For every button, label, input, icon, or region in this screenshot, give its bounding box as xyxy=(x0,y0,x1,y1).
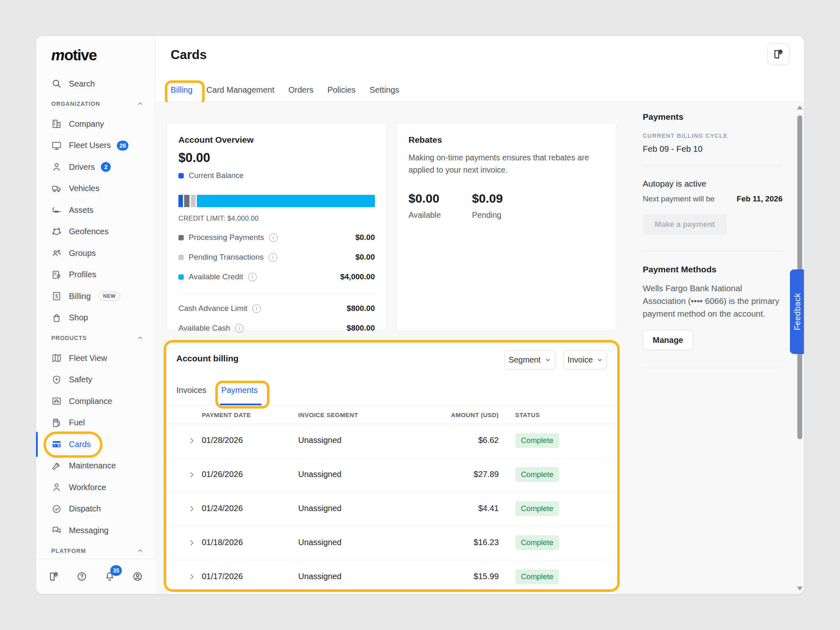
status-badge: Complete xyxy=(515,535,559,550)
chevron-right-icon[interactable] xyxy=(188,539,196,547)
tab-billing[interactable]: Billing xyxy=(171,82,192,102)
scroll-down-arrow[interactable] xyxy=(797,587,803,591)
sidebar-item-drivers[interactable]: Drivers 2 xyxy=(36,156,155,178)
payment-row[interactable]: 01/24/2026 Unassigned $4.41 Complete xyxy=(167,492,617,526)
sidebar-item-fleet-view[interactable]: Fleet View xyxy=(36,347,155,369)
page-title: Cards xyxy=(171,48,207,62)
map-icon xyxy=(51,353,62,363)
sidebar-item-fleet-users[interactable]: Fleet Users 26 xyxy=(36,135,155,157)
section-organization[interactable]: ORGANIZATION xyxy=(36,94,155,113)
company-icon xyxy=(51,119,62,129)
payment-row[interactable]: 01/28/2026 Unassigned $6.62 Complete xyxy=(167,424,617,458)
help-icon[interactable] xyxy=(76,571,87,582)
pending-transactions-label: Pending Transactions xyxy=(189,253,264,262)
rebates-available-amount: $0.00 xyxy=(409,192,441,205)
sidebar-item-messaging[interactable]: Messaging xyxy=(36,520,155,541)
wrench-icon xyxy=(51,461,62,471)
payment-amount: $16.23 xyxy=(425,538,499,547)
info-icon[interactable]: i xyxy=(269,253,277,262)
info-icon[interactable]: i xyxy=(269,233,278,242)
sidebar-item-label: Fuel xyxy=(69,418,85,427)
rebates-pending-amount: $0.09 xyxy=(472,192,503,205)
manage-button[interactable]: Manage xyxy=(643,330,693,350)
rebates-description: Making on-time payments ensures that reb… xyxy=(409,151,609,176)
notifications-bell-icon[interactable]: 35 xyxy=(104,571,115,582)
payments-table-body: 01/28/2026 Unassigned $6.62 Complete 01/… xyxy=(167,424,617,594)
payment-date: 01/17/2026 xyxy=(202,572,243,581)
chevron-right-icon[interactable] xyxy=(188,505,196,513)
sidebar-item-label: Messaging xyxy=(69,526,109,535)
sidebar-item-compliance[interactable]: Compliance xyxy=(36,390,155,412)
sidebar-item-groups[interactable]: Groups xyxy=(36,242,155,264)
payment-row[interactable]: 01/26/2026 Unassigned $27.89 Complete xyxy=(167,458,617,492)
motive-logo: mmotiveotive xyxy=(51,47,155,64)
tab-invoices[interactable]: Invoices xyxy=(176,386,206,405)
sidebar-item-company[interactable]: Company xyxy=(36,113,155,135)
help-center-icon[interactable] xyxy=(48,571,59,582)
tab-orders[interactable]: Orders xyxy=(288,82,313,102)
payment-date: 01/26/2026 xyxy=(202,470,243,479)
drivers-count-badge: 2 xyxy=(101,162,111,172)
sidebar-footer: 35 xyxy=(36,559,155,594)
account-billing-card: Account billing Segment Invoice Invoices… xyxy=(166,342,617,594)
active-tab-underline xyxy=(220,404,262,405)
tab-card-management[interactable]: Card Management xyxy=(206,82,274,102)
sidebar-item-shop[interactable]: Shop xyxy=(36,307,155,329)
sidebar-item-label: Safety xyxy=(69,375,92,384)
current-balance-amount: $0.00 xyxy=(178,151,375,165)
sidebar-item-geofences[interactable]: Geofences xyxy=(36,221,155,243)
chevron-right-icon[interactable] xyxy=(188,471,196,479)
sidebar-item-maintenance[interactable]: Maintenance xyxy=(36,455,155,477)
tab-payments[interactable]: Payments xyxy=(221,386,258,405)
info-icon[interactable]: i xyxy=(252,304,261,313)
info-icon[interactable]: i xyxy=(248,273,257,281)
section-platform[interactable]: PLATFORM xyxy=(36,541,155,560)
credit-card-icon xyxy=(51,439,62,450)
payment-row[interactable]: 01/17/2026 Unassigned $15.99 Complete xyxy=(167,560,617,594)
account-avatar-icon[interactable] xyxy=(132,571,143,582)
payment-row[interactable]: 01/18/2026 Unassigned $16.23 Complete xyxy=(167,526,617,560)
divider xyxy=(643,251,783,251)
sidebar-item-label: Billing xyxy=(69,292,91,301)
payments-table-header: PAYMENT DATE INVOICE SEGMENT AMOUNT (USD… xyxy=(167,406,617,424)
sidebar-item-billing[interactable]: $ Billing NEW xyxy=(36,285,155,307)
bar-segment-pending xyxy=(191,195,196,207)
chevron-right-icon[interactable] xyxy=(188,437,196,445)
tab-settings[interactable]: Settings xyxy=(370,82,399,102)
divider xyxy=(178,293,375,293)
sidebar-item-workforce[interactable]: Workforce xyxy=(36,477,155,498)
next-payment-date: Feb 11, 2026 xyxy=(737,194,783,203)
account-overview-title: Account Overview xyxy=(178,135,375,145)
available-cash-label: Available Cash xyxy=(178,324,230,333)
tab-policies[interactable]: Policies xyxy=(327,82,356,102)
notification-count-badge: 35 xyxy=(110,565,122,576)
column-invoice-segment: INVOICE SEGMENT xyxy=(298,411,358,418)
monitor-icon xyxy=(51,140,62,151)
sidebar-item-vehicles[interactable]: Vehicles xyxy=(36,178,155,200)
segment-filter-dropdown[interactable]: Segment xyxy=(504,350,555,370)
person-icon xyxy=(51,482,62,493)
available-credit-swatch xyxy=(178,274,184,280)
sidebar-item-dispatch[interactable]: Dispatch xyxy=(36,498,155,520)
payment-date: 01/24/2026 xyxy=(202,504,243,513)
sidebar-item-safety[interactable]: Safety xyxy=(36,369,155,391)
feedback-tab[interactable]: Feedback xyxy=(790,269,804,354)
sidebar-item-cards[interactable]: Cards xyxy=(36,434,155,455)
sidebar-item-fuel[interactable]: Fuel xyxy=(36,412,155,434)
fleet-users-count-badge: 26 xyxy=(117,141,128,151)
scroll-up-arrow[interactable] xyxy=(797,105,803,110)
chevron-right-icon[interactable] xyxy=(188,573,196,581)
sidebar-item-label: Cards xyxy=(69,440,91,449)
geofence-icon xyxy=(51,226,62,237)
divider xyxy=(643,368,783,368)
section-products[interactable]: PRODUCTS xyxy=(36,329,155,347)
column-amount: AMOUNT (USD) xyxy=(425,411,499,418)
sidebar-item-assets[interactable]: Assets xyxy=(36,199,155,221)
sidebar-search[interactable]: Search xyxy=(36,73,155,94)
invoice-filter-dropdown[interactable]: Invoice xyxy=(564,350,607,370)
info-icon[interactable]: i xyxy=(235,324,244,333)
make-payment-button[interactable]: Make a payment xyxy=(643,214,727,235)
sidebar-item-profiles[interactable]: Profiles xyxy=(36,264,155,286)
main-tabs: Billing Card Management Orders Policies … xyxy=(171,82,399,102)
help-center-button[interactable] xyxy=(767,43,790,65)
